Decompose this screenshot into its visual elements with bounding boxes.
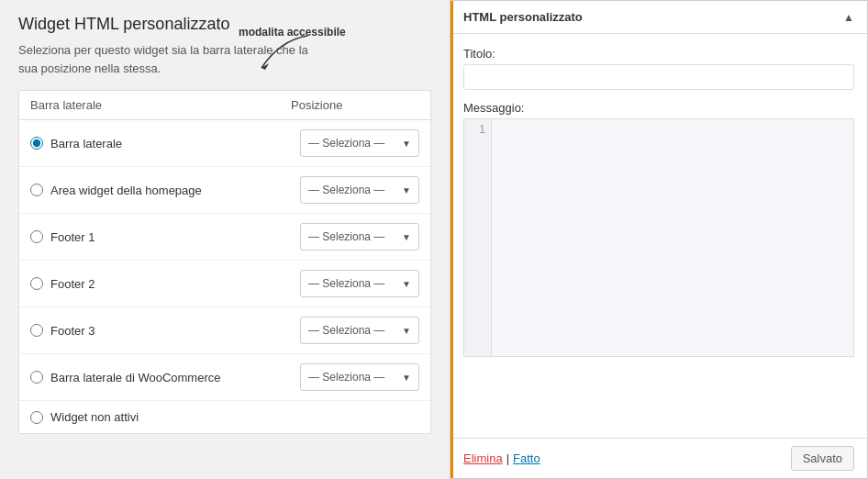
- messaggio-textarea[interactable]: [492, 119, 853, 356]
- titolo-field: Titolo:: [463, 47, 854, 90]
- messaggio-label: Messaggio:: [463, 101, 854, 115]
- table-row: Footer 1 — Seleziona — ▼: [19, 214, 430, 261]
- row-label-footer-3[interactable]: Footer 3: [30, 324, 300, 338]
- select-barra-laterale[interactable]: — Seleziona — ▼: [300, 129, 419, 157]
- table-row: Widget non attivi: [19, 401, 430, 433]
- right-panel-footer: Elimina | Fatto Salvato: [451, 438, 867, 478]
- row-label-footer-2[interactable]: Footer 2: [30, 277, 300, 291]
- widget-table: Barra laterale Posizione Barra laterale …: [18, 90, 431, 434]
- left-panel: Widget HTML personalizzato modalita acce…: [0, 0, 450, 479]
- collapse-icon[interactable]: ▲: [843, 11, 854, 24]
- chevron-down-icon: ▼: [402, 232, 411, 242]
- col-header-sidebar: Barra laterale: [30, 98, 291, 112]
- row-label-footer-1[interactable]: Footer 1: [30, 230, 300, 244]
- row-label-barra-woo[interactable]: Barra laterale di WooCommerce: [30, 371, 300, 384]
- select-footer-3[interactable]: — Seleziona — ▼: [300, 317, 419, 344]
- right-panel-title: HTML personalizzato: [463, 10, 583, 24]
- table-row: Area widget della homepage — Seleziona —…: [19, 167, 430, 214]
- titolo-input[interactable]: [463, 64, 854, 90]
- right-panel-body: Titolo: Messaggio: 1: [451, 34, 867, 438]
- messaggio-field: Messaggio: 1: [463, 101, 854, 357]
- orange-accent-bar: [451, 1, 453, 478]
- footer-links: Elimina | Fatto: [463, 451, 540, 465]
- table-row: Barra laterale — Seleziona — ▼: [19, 120, 430, 167]
- table-row: Barra laterale di WooCommerce — Selezion…: [19, 354, 430, 401]
- radio-footer-2[interactable]: [30, 277, 43, 290]
- radio-widget-non-attivi[interactable]: [30, 411, 43, 424]
- salvato-button[interactable]: Salvato: [791, 446, 854, 471]
- link-separator: |: [506, 451, 509, 465]
- chevron-down-icon: ▼: [402, 279, 411, 289]
- select-footer-1[interactable]: — Seleziona — ▼: [300, 223, 419, 251]
- select-area-widget[interactable]: — Seleziona — ▼: [300, 176, 419, 204]
- chevron-down-icon: ▼: [402, 185, 411, 195]
- elimina-link[interactable]: Elimina: [463, 451, 503, 465]
- right-panel-header: HTML personalizzato ▲: [451, 1, 867, 34]
- radio-footer-1[interactable]: [30, 230, 43, 243]
- col-header-position: Posizione: [291, 98, 419, 112]
- table-header: Barra laterale Posizione: [19, 91, 430, 120]
- row-label-widget-non-attivi[interactable]: Widget non attivi: [30, 410, 419, 424]
- arrow-indicator: [252, 31, 326, 77]
- radio-barra-laterale[interactable]: [30, 137, 43, 150]
- table-row: Footer 2 — Seleziona — ▼: [19, 261, 430, 307]
- chevron-down-icon: ▼: [402, 139, 411, 149]
- messaggio-editor: 1: [463, 118, 854, 357]
- radio-barra-woo[interactable]: [30, 371, 43, 384]
- line-numbers: 1: [464, 119, 492, 356]
- row-label-barra-laterale[interactable]: Barra laterale: [30, 137, 300, 150]
- table-row: Footer 3 — Seleziona — ▼: [19, 307, 430, 354]
- radio-area-widget[interactable]: [30, 184, 43, 196]
- chevron-down-icon: ▼: [402, 373, 411, 383]
- select-footer-2[interactable]: — Seleziona — ▼: [300, 270, 419, 297]
- right-panel: HTML personalizzato ▲ Titolo: Messaggio:…: [450, 0, 868, 479]
- chevron-down-icon: ▼: [402, 326, 411, 336]
- select-barra-woo[interactable]: — Seleziona — ▼: [300, 363, 419, 391]
- radio-footer-3[interactable]: [30, 324, 43, 337]
- fatto-link[interactable]: Fatto: [513, 451, 540, 465]
- panel-title: Widget HTML personalizzato: [18, 15, 431, 34]
- row-label-area-widget[interactable]: Area widget della homepage: [30, 184, 300, 197]
- titolo-label: Titolo:: [463, 47, 854, 61]
